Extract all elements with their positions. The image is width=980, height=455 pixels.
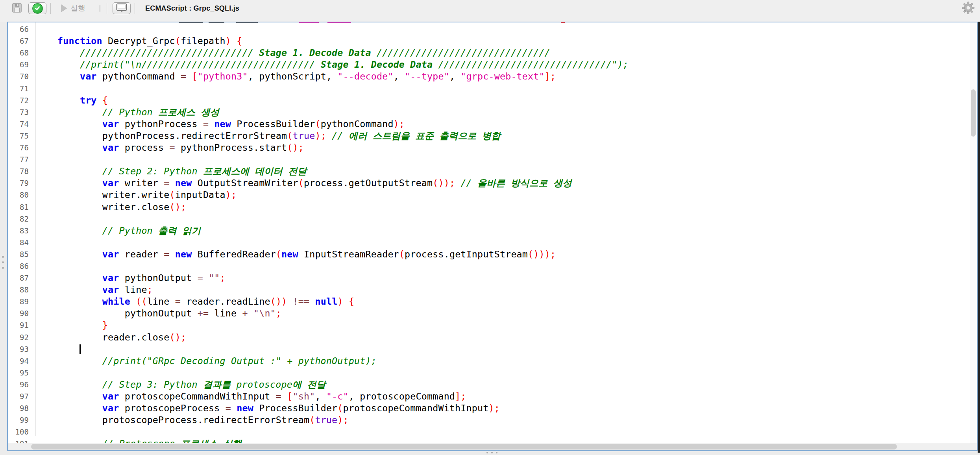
code-line-text: function Decrypt_Grpc(filepath) { — [57, 35, 242, 47]
script-title: ECMAScript : Grpc_SQLI.js — [145, 4, 239, 13]
code-line-text: var pythonProcess = new ProcessBuilder(p… — [57, 118, 405, 130]
code-line: 68 /////////////////////////////// Stage… — [8, 47, 629, 59]
save-icon — [12, 3, 22, 14]
code-area[interactable]: 6667function Decrypt_Grpc(filepath) {68 … — [8, 22, 970, 443]
code-line: 100 — [8, 426, 629, 438]
vertical-scrollbar-thumb[interactable] — [971, 89, 976, 137]
code-line: 79 var writer = new OutputStreamWriter(p… — [8, 177, 629, 189]
line-number: 87 — [8, 272, 29, 284]
code-line-text: var pythonCommand = ["python3", pythonSc… — [57, 70, 556, 82]
line-number: 73 — [8, 106, 29, 118]
code-rows: 6667function Decrypt_Grpc(filepath) {68 … — [8, 22, 629, 443]
scrollbar-corner — [970, 443, 977, 450]
toolbar-separator — [135, 3, 135, 14]
stop-button[interactable] — [97, 5, 103, 12]
code-line: 85 var reader = new BufferedReader(new I… — [8, 248, 629, 260]
code-line: 88 var line; — [8, 284, 629, 296]
options-button[interactable] — [961, 1, 975, 15]
run-button[interactable]: 실행 — [59, 3, 88, 14]
line-number: 97 — [8, 390, 29, 402]
code-line: 99 protoscopeProcess.redirectErrorStream… — [8, 414, 629, 426]
code-line: 91 } — [8, 319, 629, 331]
code-line: 80 writer.write(inputData); — [8, 189, 629, 201]
line-number: 80 — [8, 189, 29, 201]
code-line: 70 var pythonCommand = ["python3", pytho… — [8, 70, 629, 82]
code-line-text: //print("GRpc Decoding Output :" + pytho… — [57, 355, 377, 367]
code-line-text: // Step 2: Python 프로세스에 데이터 전달 — [57, 165, 307, 177]
line-number: 86 — [8, 260, 29, 272]
code-line: 82 — [8, 213, 629, 225]
script-console-window: 실행 ECMAScript : Grpc_SQLI.js — [0, 0, 980, 455]
toolbar-separator — [50, 3, 51, 14]
code-line-text: writer.close(); — [57, 201, 186, 213]
green-check-icon — [32, 3, 43, 14]
toolbar-separator — [107, 3, 107, 14]
line-number: 101 — [8, 438, 29, 443]
play-icon — [61, 4, 67, 12]
stop-icon — [100, 5, 100, 12]
code-line-text: pythonProcess.redirectErrorStream(true);… — [57, 130, 501, 142]
save-button[interactable] — [11, 2, 23, 14]
code-line: 69 //print("\n//////////////////////////… — [8, 59, 629, 70]
horizontal-scrollbar-thumb[interactable] — [31, 444, 897, 449]
console-toggle-button[interactable] — [113, 2, 131, 14]
line-number: 75 — [8, 130, 29, 142]
code-line: 87 var pythonOutput = ""; — [8, 272, 629, 284]
code-line: 97 var protoscopeCommandWithInput = ["sh… — [8, 390, 629, 402]
code-line-text: var process = pythonProcess.start(); — [57, 142, 304, 154]
code-line-text: // Step 3: Python 결과를 protoscope에 전달 — [57, 379, 326, 390]
code-line-text: reader.close(); — [57, 331, 186, 343]
line-number: 93 — [8, 343, 29, 355]
code-line: 98 var protoscopeProcess = new ProcessBu… — [8, 402, 629, 414]
code-line: 74 var pythonProcess = new ProcessBuilde… — [8, 118, 629, 130]
left-splitter-grip[interactable] — [2, 256, 4, 269]
line-number: 83 — [8, 225, 29, 237]
line-number: 78 — [8, 165, 29, 177]
code-line: 81 writer.close(); — [8, 201, 629, 213]
code-line-text: try { — [57, 94, 108, 106]
line-number: 90 — [8, 307, 29, 319]
code-editor-pane[interactable]: 6667function Decrypt_Grpc(filepath) {68 … — [7, 22, 978, 451]
code-line: 72 try { — [8, 94, 629, 106]
vertical-scrollbar[interactable] — [970, 22, 977, 443]
line-number: 95 — [8, 367, 29, 379]
line-number: 82 — [8, 213, 29, 225]
code-line: 83 // Python 출력 읽기 — [8, 225, 629, 237]
toolbar-inner: 실행 ECMAScript : Grpc_SQLI.js — [0, 0, 980, 16]
line-number: 85 — [8, 248, 29, 260]
line-number: 77 — [8, 154, 29, 165]
code-line-text: var reader = new BufferedReader(new Inpu… — [57, 248, 556, 260]
code-line: 89 while ((line = reader.readLine()) !==… — [8, 296, 629, 307]
line-number: 70 — [8, 70, 29, 82]
line-number: 79 — [8, 177, 29, 189]
line-number: 88 — [8, 284, 29, 296]
code-line: 75 pythonProcess.redirectErrorStream(tru… — [8, 130, 629, 142]
code-line: 76 var process = pythonProcess.start(); — [8, 142, 629, 154]
code-line-text: // Protoscope 프로세스 실행 — [57, 438, 242, 443]
code-line: 86 — [8, 260, 629, 272]
line-number: 91 — [8, 319, 29, 331]
code-line: 96 // Step 3: Python 결과를 protoscope에 전달 — [8, 379, 629, 390]
code-line: 77 — [8, 154, 629, 165]
bottom-splitter-grip[interactable] — [486, 452, 497, 453]
horizontal-scrollbar[interactable] — [8, 443, 970, 450]
line-number: 76 — [8, 142, 29, 154]
code-line: 93 — [8, 343, 629, 355]
code-line-text: //print("\n/////////////////////////////… — [57, 59, 629, 70]
toolbar: 실행 ECMAScript : Grpc_SQLI.js — [0, 0, 980, 22]
code-line-text: /////////////////////////////// Stage 1.… — [57, 47, 550, 59]
code-line: 95 — [8, 367, 629, 379]
console-monitor-icon — [116, 3, 127, 14]
line-number: 68 — [8, 47, 29, 59]
code-line-text: } — [57, 319, 108, 331]
window-right-edge — [978, 22, 980, 453]
code-line: 94 //print("GRpc Decoding Output :" + py… — [8, 355, 629, 367]
code-line: 78 // Step 2: Python 프로세스에 데이터 전달 — [8, 165, 629, 177]
code-line-text: // Python 출력 읽기 — [57, 225, 201, 237]
code-line-text: // Python 프로세스 생성 — [57, 106, 219, 118]
code-line-text: writer.write(inputData); — [57, 189, 237, 201]
line-number: 100 — [8, 426, 29, 438]
enable-script-button[interactable] — [28, 2, 46, 14]
line-number: 69 — [8, 59, 29, 70]
line-number: 67 — [8, 35, 29, 47]
